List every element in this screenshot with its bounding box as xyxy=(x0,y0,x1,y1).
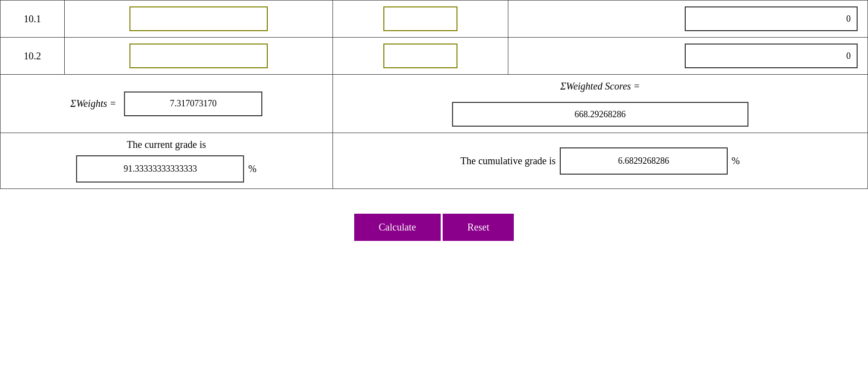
weight-cell-10-1 xyxy=(332,0,508,38)
table-row: 10.2 xyxy=(0,38,868,75)
grade-row: The current grade is % The cumulative gr… xyxy=(0,133,868,189)
sigma-weighted-scores-cell: ΣWeighted Scores = xyxy=(332,75,868,133)
weight-input-10-2[interactable] xyxy=(383,44,457,68)
row-label-10-1: 10.1 xyxy=(0,0,65,38)
grade-table: 10.1 10.2 xyxy=(0,0,868,189)
cumulative-grade-label: The cumulative grade is xyxy=(460,155,556,167)
current-grade-input xyxy=(76,155,244,183)
sigma-weighted-scores-label: ΣWeighted Scores = xyxy=(560,81,640,92)
result-input-10-2 xyxy=(685,44,858,68)
score-input-10-1[interactable] xyxy=(129,6,268,31)
sigma-weights-cell: ΣWeights = xyxy=(0,75,333,133)
table-row: 10.1 xyxy=(0,0,868,38)
result-input-10-1 xyxy=(685,6,858,31)
sigma-weights-label: ΣWeights = xyxy=(70,98,116,109)
calculate-button[interactable]: Calculate xyxy=(354,214,441,241)
sigma-weighted-scores-input xyxy=(452,102,748,127)
page-wrapper: 10.1 10.2 xyxy=(0,0,868,372)
score-cell-10-2 xyxy=(65,38,333,75)
cumulative-grade-input xyxy=(560,147,728,175)
current-percent-label: % xyxy=(248,163,256,175)
buttons-row: Calculate Reset xyxy=(354,214,514,241)
reset-button[interactable]: Reset xyxy=(443,214,514,241)
weight-cell-10-2 xyxy=(332,38,508,75)
current-grade-cell: The current grade is % xyxy=(0,133,333,189)
score-input-10-2[interactable] xyxy=(129,44,268,68)
cumulative-grade-cell: The cumulative grade is % xyxy=(332,133,868,189)
result-cell-10-1 xyxy=(508,0,868,38)
score-cell-10-1 xyxy=(65,0,333,38)
row-label-10-2: 10.2 xyxy=(0,38,65,75)
sigma-weights-input xyxy=(124,92,262,116)
summary-row: ΣWeights = ΣWeighted Scores = xyxy=(0,75,868,133)
result-cell-10-2 xyxy=(508,38,868,75)
current-grade-label: The current grade is xyxy=(127,139,206,150)
weight-input-10-1[interactable] xyxy=(383,6,457,31)
cumulative-percent-label: % xyxy=(732,155,740,167)
